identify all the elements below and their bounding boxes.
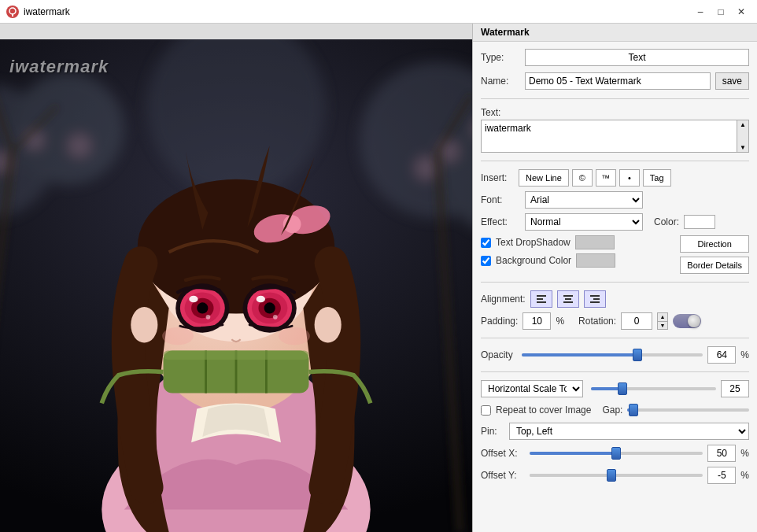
- image-toolbar: [0, 24, 472, 39]
- gap-thumb[interactable]: [629, 404, 638, 416]
- spin-up[interactable]: ▲: [658, 313, 667, 322]
- title-bar-left: iwatermark: [6, 6, 70, 18]
- repeat-checkbox[interactable]: [481, 405, 491, 416]
- repeat-label[interactable]: Repeat to cover Image: [496, 405, 591, 416]
- font-select[interactable]: Arial Arial Bold Times New Roman Helveti…: [525, 191, 643, 209]
- divider-2: [481, 161, 749, 161]
- checkbox-buttons-row: Text DropShadow Background Color Directi…: [481, 235, 749, 274]
- padding-section: Padding: % Rotation: ▲ ▼: [481, 312, 749, 330]
- gap-slider-container: [627, 402, 749, 418]
- save-button[interactable]: save: [715, 72, 749, 90]
- opacity-value[interactable]: [707, 346, 736, 364]
- copyright-button[interactable]: ©: [572, 169, 593, 187]
- bgcolor-label[interactable]: Background Color: [496, 255, 571, 266]
- svg-point-13: [416, 158, 437, 179]
- name-input[interactable]: [525, 72, 711, 90]
- divider-5: [481, 371, 749, 372]
- effect-label: Effect:: [481, 216, 520, 227]
- effect-select[interactable]: Normal Emboss Engrave Shadow Outline: [525, 213, 643, 231]
- btn-col: Direction Border Details: [680, 235, 749, 274]
- offsety-thumb[interactable]: [607, 469, 616, 482]
- offsetx-row: Offset X: %: [481, 445, 749, 462]
- bullet-button[interactable]: •: [619, 169, 640, 187]
- color-picker[interactable]: [684, 215, 715, 229]
- rotation-label: Rotation:: [578, 316, 616, 327]
- scale-thumb[interactable]: [618, 382, 627, 395]
- alignment-label: Alignment:: [481, 294, 526, 305]
- align-padding-section: Alignment:: [481, 290, 749, 308]
- newline-button[interactable]: New Line: [519, 169, 569, 187]
- image-container: iwatermark: [0, 39, 472, 532]
- scroll-down-btn[interactable]: ▼: [737, 143, 748, 152]
- scale-track: [591, 387, 716, 390]
- panel-body: Type: Text Name: save Text: iwatermark ▲…: [473, 42, 757, 490]
- svg-point-34: [197, 302, 208, 313]
- checkbox-col: Text DropShadow Background Color: [481, 235, 672, 274]
- svg-point-35: [189, 296, 198, 303]
- close-button[interactable]: ✕: [732, 4, 751, 20]
- offsetx-thumb[interactable]: [611, 447, 621, 460]
- opacity-track: [522, 353, 703, 357]
- toggle-switch[interactable]: [673, 314, 701, 328]
- dropshadow-checkbox[interactable]: [481, 238, 491, 248]
- opacity-thumb[interactable]: [633, 349, 642, 361]
- type-label: Type:: [481, 52, 520, 63]
- padding-input[interactable]: [523, 312, 551, 330]
- offsety-unit: %: [740, 470, 749, 481]
- minimize-button[interactable]: –: [691, 4, 710, 20]
- name-row: Name: save: [481, 72, 749, 91]
- align-center-button[interactable]: [557, 290, 579, 308]
- type-row: Type: Text: [481, 48, 749, 67]
- app-icon: [6, 6, 19, 18]
- rotation-input[interactable]: [621, 312, 652, 330]
- spin-down[interactable]: ▼: [658, 322, 667, 330]
- scroll-up-btn[interactable]: ▲: [737, 120, 748, 129]
- font-row: Font: Arial Arial Bold Times New Roman H…: [481, 191, 749, 209]
- tm-button[interactable]: ™: [596, 169, 616, 187]
- offsety-slider-container: [530, 467, 703, 483]
- opacity-row: Opacity %: [481, 346, 749, 364]
- alignment-row: Alignment:: [481, 290, 606, 308]
- align-left-button[interactable]: [530, 290, 552, 308]
- text-section: Text: iwatermark ▲ ▼: [481, 107, 749, 153]
- dropshadow-label[interactable]: Text DropShadow: [496, 237, 571, 248]
- svg-rect-1: [12, 13, 13, 17]
- maximize-button[interactable]: □: [711, 4, 730, 20]
- svg-point-24: [138, 179, 334, 314]
- text-label: Text:: [481, 107, 749, 118]
- main-content: iwatermark Watermark Type: Text Name: sa…: [0, 24, 757, 532]
- scale-value[interactable]: [721, 380, 749, 397]
- type-button[interactable]: Text: [525, 49, 749, 66]
- svg-point-25: [131, 307, 157, 343]
- svg-point-50: [279, 327, 310, 345]
- pin-select[interactable]: Top, Left Top, Center Top, Right Center,…: [509, 423, 749, 440]
- offsety-value[interactable]: [707, 467, 736, 484]
- opacity-fill: [522, 353, 637, 357]
- dropshadow-color[interactable]: [575, 235, 615, 249]
- color-label: Color:: [654, 216, 679, 227]
- text-input[interactable]: iwatermark: [481, 120, 749, 153]
- offsetx-label: Offset X:: [481, 448, 525, 459]
- bgcolor-color[interactable]: [576, 253, 615, 268]
- padding-label: Padding:: [481, 316, 518, 327]
- svg-point-4: [12, 73, 124, 185]
- bgcolor-row: Background Color: [481, 253, 672, 268]
- bgcolor-checkbox[interactable]: [481, 256, 491, 266]
- svg-point-36: [206, 315, 211, 320]
- divider-1: [481, 98, 749, 99]
- align-right-button[interactable]: [584, 290, 606, 308]
- rotation-spinner[interactable]: ▲ ▼: [657, 312, 668, 330]
- toggle-knob: [688, 315, 700, 327]
- gap-track: [627, 408, 749, 412]
- offsetx-value[interactable]: [707, 445, 736, 462]
- control-panel: Watermark Type: Text Name: save Text: iw…: [472, 24, 757, 532]
- svg-point-26: [315, 307, 342, 343]
- scrollbar[interactable]: ▲ ▼: [737, 120, 749, 153]
- effect-color-row: Effect: Normal Emboss Engrave Shadow Out…: [481, 213, 749, 231]
- scale-select[interactable]: Horizontal Scale To: Vertical Scale To: …: [481, 380, 583, 397]
- direction-button[interactable]: Direction: [680, 235, 749, 253]
- tag-button[interactable]: Tag: [643, 169, 671, 187]
- border-button[interactable]: Border Details: [680, 257, 749, 274]
- repeat-gap-row: Repeat to cover Image Gap:: [481, 402, 749, 418]
- divider-4: [481, 338, 749, 338]
